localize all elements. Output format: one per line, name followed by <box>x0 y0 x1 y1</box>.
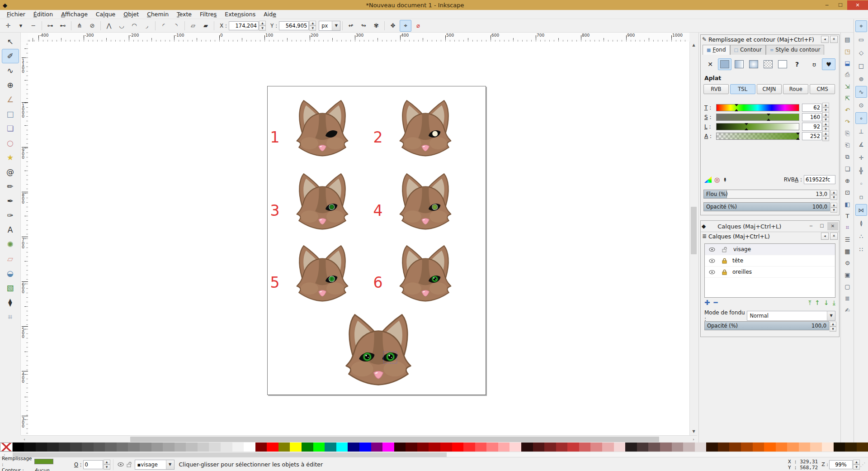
palette-swatch[interactable] <box>475 442 487 452</box>
palette-swatch[interactable] <box>834 442 845 452</box>
palette-swatch[interactable] <box>625 442 637 452</box>
palette-swatch[interactable] <box>429 442 440 452</box>
palette-swatch[interactable] <box>718 442 730 452</box>
rgba-input[interactable] <box>804 175 835 184</box>
ellipse-tool[interactable]: ○ <box>2 136 19 150</box>
spiral-tool[interactable]: @ <box>2 165 19 179</box>
palette-swatch[interactable] <box>13 442 24 452</box>
radial-gradient-button[interactable] <box>747 58 760 70</box>
palette-swatch[interactable] <box>244 442 255 452</box>
palette-swatch[interactable] <box>637 442 649 452</box>
palette-swatch[interactable] <box>567 442 579 452</box>
delete-segment-button[interactable]: ⊘ <box>86 20 98 32</box>
text-tool[interactable]: A <box>2 223 19 237</box>
rectangle-tool[interactable]: □ <box>2 107 19 121</box>
flat-color-button[interactable] <box>718 58 731 70</box>
snap-cusp-nodes-toggle[interactable]: ∘ <box>855 112 867 124</box>
fill-rule-evenodd-button[interactable]: ʊ <box>807 58 821 70</box>
slider-spin-s[interactable]: ▲▼ <box>822 112 829 122</box>
object-properties-icon[interactable]: ✍ <box>843 305 853 315</box>
step-number-6[interactable]: 6 <box>371 275 385 290</box>
palette-swatch[interactable] <box>163 442 175 452</box>
snap-object-centers-toggle[interactable]: ✛ <box>855 152 867 163</box>
open-document-icon[interactable]: ◳ <box>843 46 853 56</box>
color-system-cmjn[interactable]: CMJN <box>757 84 782 94</box>
ungroup-icon[interactable]: ▢ <box>843 281 853 291</box>
horizontal-ruler[interactable]: -400-300-200-100010020030040050060070080… <box>28 33 689 42</box>
slider-marker[interactable] <box>745 128 748 130</box>
cat-step-drawing-5[interactable] <box>288 242 356 304</box>
fill-rule-nonzero-button[interactable]: ♥ <box>822 58 835 70</box>
dropper-tool[interactable]: ⧫ <box>2 295 19 309</box>
join-with-segment-button[interactable]: ⊷ <box>57 20 69 32</box>
undo-icon[interactable]: ↶ <box>843 105 853 115</box>
opacity-slider[interactable]: Opacité (%) 100,0 <box>703 202 830 211</box>
palette-swatch[interactable] <box>648 442 660 452</box>
dropper-icon[interactable]: ✒ <box>722 177 728 182</box>
palette-swatch[interactable] <box>822 442 834 452</box>
layer-visible-icon[interactable] <box>709 247 715 252</box>
menu-item-extensions[interactable]: Extensions <box>221 10 259 19</box>
zoom-page-icon[interactable]: ⊡ <box>843 187 853 197</box>
vertical-scrollbar-thumb[interactable] <box>691 207 697 254</box>
slider-marker[interactable] <box>796 138 800 140</box>
layer-visibility-icon[interactable] <box>118 462 124 467</box>
layer-locked-icon[interactable] <box>722 269 727 275</box>
layer-visible-icon[interactable] <box>709 270 715 275</box>
swatch-button[interactable] <box>776 58 789 70</box>
palette-swatch[interactable] <box>556 442 568 452</box>
text-dialog-icon[interactable]: T <box>843 211 853 221</box>
slider-bar-a[interactable] <box>716 133 799 140</box>
palette-swatch[interactable] <box>729 442 741 452</box>
slider-marker[interactable] <box>735 109 738 111</box>
resize-grip[interactable]: ⋰ <box>860 461 868 468</box>
menu-item-filtres[interactable]: Filtres <box>196 10 221 19</box>
palette-swatch[interactable] <box>94 442 105 452</box>
palette-swatch[interactable] <box>232 442 244 452</box>
join-nodes-button[interactable]: ⊶ <box>44 20 56 32</box>
palette-swatch[interactable] <box>683 442 695 452</box>
palette-swatch[interactable] <box>764 442 776 452</box>
palette-swatch[interactable] <box>336 442 348 452</box>
layer-locked-icon[interactable] <box>722 258 727 264</box>
object-opacity-spin[interactable]: ▲▼ <box>104 460 110 470</box>
insert-node-dropdown[interactable]: ▾ <box>15 20 27 32</box>
layer-row-visage[interactable]: visage <box>705 244 835 255</box>
palette-swatch[interactable] <box>371 442 383 452</box>
palette-swatch[interactable] <box>706 442 718 452</box>
palette-swatch[interactable] <box>24 442 36 452</box>
zoom-drawing-icon[interactable]: ⊕ <box>843 176 853 186</box>
delete-node-button[interactable]: − <box>28 20 39 32</box>
palette-swatch[interactable] <box>382 442 394 452</box>
palette-swatch[interactable] <box>533 442 545 452</box>
corner-node-button[interactable]: ⋀ <box>103 20 115 32</box>
snap-nodes-toggle[interactable]: ∿ <box>855 86 867 98</box>
layer-opacity-spin[interactable]: ▲▼ <box>830 322 836 332</box>
smooth-node-button[interactable]: ◡ <box>116 20 127 32</box>
palette-swatch[interactable] <box>417 442 429 452</box>
cat-step-drawing-2[interactable] <box>392 96 459 159</box>
palette-swatch[interactable] <box>509 442 521 452</box>
slider-spin-l[interactable]: ▲▼ <box>822 122 829 132</box>
palette-swatch[interactable] <box>151 442 163 452</box>
snap-bbox-corners-toggle[interactable]: □ <box>855 60 867 71</box>
calligraphy-tool[interactable]: ✑ <box>2 208 19 223</box>
show-path-outline-button[interactable]: ⌀ <box>412 20 424 32</box>
palette-swatch[interactable] <box>70 442 82 452</box>
menu-item-calque[interactable]: Calque <box>92 10 119 19</box>
layer-visible-icon[interactable] <box>709 258 715 263</box>
palette-swatch[interactable] <box>359 442 371 452</box>
menu-item-texte[interactable]: Texte <box>173 10 196 19</box>
layers-minimize-button[interactable]: ─ <box>806 222 816 230</box>
object-to-path-button[interactable]: ▱ <box>187 20 199 32</box>
print-icon[interactable]: ⎙ <box>843 70 853 80</box>
step-number-2[interactable]: 2 <box>371 130 385 145</box>
layer-name[interactable]: visage <box>733 246 751 252</box>
step-number-3[interactable]: 3 <box>268 203 282 219</box>
unit-dropdown[interactable]: px ▼ <box>319 21 340 31</box>
palette-swatch[interactable] <box>521 442 533 452</box>
layer-name[interactable]: tête <box>732 257 743 264</box>
palette-swatch[interactable] <box>614 442 626 452</box>
selector-tool[interactable]: ↖ <box>2 34 19 49</box>
new-document-icon[interactable]: ▤ <box>843 34 853 44</box>
